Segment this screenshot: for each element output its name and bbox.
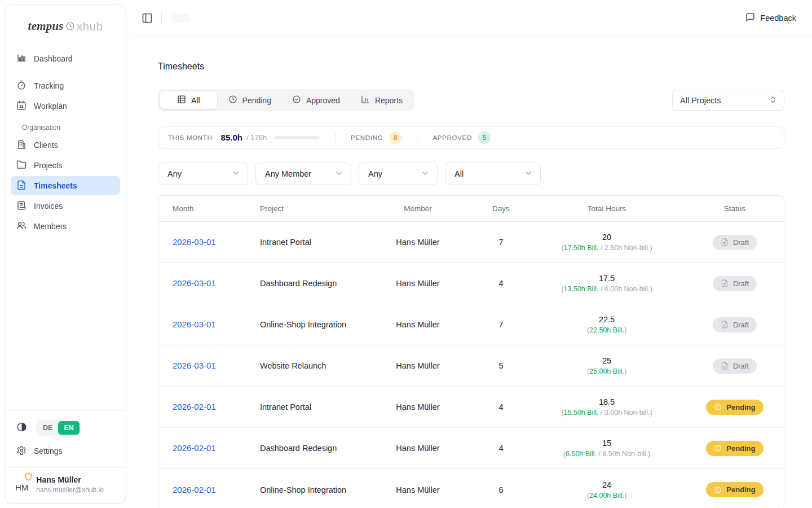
timesheet-date-link[interactable]: 2026-02-01 — [173, 485, 216, 494]
filter-status-select[interactable]: Any — [158, 163, 248, 185]
cell-days: 7 — [474, 238, 528, 247]
filter-value: Any — [368, 169, 382, 178]
sidebar-item-label: Clients — [34, 141, 58, 150]
avatar-initials: HM — [15, 483, 28, 492]
status-badge: Pending — [706, 482, 763, 497]
approved-count-badge: 5 — [478, 132, 491, 144]
hours-total: / 176h — [246, 133, 267, 142]
sidebar-item-label: Settings — [34, 446, 63, 456]
theme-contrast-icon[interactable] — [16, 422, 27, 435]
filter-year-select[interactable]: All — [445, 163, 541, 185]
cell-total-hours: 20 (17.50h Bill. / 2.50h Non-bill.) — [528, 233, 686, 252]
tab-reports[interactable]: Reports — [351, 91, 412, 109]
stats-divider — [335, 133, 336, 142]
column-header-total-hours: Total Hours — [528, 204, 686, 213]
timesheet-date-link[interactable]: 2026-03-01 — [173, 361, 216, 370]
sidebar-item-invoices[interactable]: Invoices — [11, 196, 120, 216]
stats-bar: THIS MONTH 85.0h / 176h PENDING 8 APPROV… — [158, 126, 784, 149]
tab-label: Approved — [306, 96, 340, 105]
cell-days: 4 — [474, 402, 528, 411]
hours-value: 85.0h — [221, 133, 242, 142]
file-icon — [721, 321, 729, 329]
shield-icon — [24, 472, 33, 483]
file-icon — [721, 279, 729, 287]
status-badge: Draft — [713, 358, 757, 374]
invoice-icon — [16, 200, 27, 212]
check-circle-icon — [292, 95, 301, 106]
chart-icon — [361, 95, 370, 106]
avatar: HM — [15, 477, 28, 492]
sidebar-toggle-button[interactable] — [142, 12, 153, 24]
sidebar-item-projects[interactable]: Projects — [11, 156, 120, 175]
feedback-button[interactable]: Feedback — [745, 12, 796, 24]
status-label: Pending — [726, 403, 755, 411]
sidebar-item-label: Members — [34, 222, 67, 231]
timesheet-date-link[interactable]: 2026-03-01 — [173, 319, 216, 329]
user-profile[interactable]: HM Hans Müller hans.mueller@xhub.io — [5, 467, 126, 503]
sidebar-item-label: Invoices — [34, 202, 63, 211]
timesheet-date-link[interactable]: 2026-03-01 — [173, 278, 216, 288]
cell-member: Hans Müller — [361, 238, 474, 247]
project-filter-select[interactable]: All Projects — [672, 90, 784, 111]
clock-icon — [228, 95, 237, 106]
tab-approved[interactable]: Approved — [283, 91, 350, 109]
approved-label: APPROVED — [433, 134, 472, 141]
folder-icon — [16, 160, 27, 172]
tab-bar: All Pending Approved — [158, 89, 414, 111]
project-filter-value: All Projects — [680, 96, 721, 105]
status-badge: Draft — [713, 317, 757, 332]
table-row: 2026-03-01 Dashboard Redesign Hans Mülle… — [158, 263, 784, 304]
tab-label: Reports — [375, 96, 403, 105]
sidebar-footer: DE EN Settings HM Hans Müller hans.muell — [5, 410, 126, 503]
user-email: hans.mueller@xhub.io — [36, 486, 104, 494]
pending-count-badge: 8 — [389, 132, 401, 144]
filter-member-select[interactable]: Any Member — [255, 163, 351, 185]
cell-days: 6 — [474, 485, 528, 494]
sidebar-item-members[interactable]: Members — [11, 217, 120, 236]
table-header: Month Project Member Days Total Hours St… — [158, 196, 784, 222]
timesheet-date-link[interactable]: 2026-02-01 — [173, 443, 216, 453]
user-name: Hans Müller — [36, 475, 104, 484]
table-row: 2026-03-01 Intranet Portal Hans Müller 7… — [158, 222, 784, 263]
sidebar-item-label: Projects — [34, 161, 63, 170]
cell-total-hours: 24 (24.00h Bill.) — [528, 480, 686, 500]
sidebar-item-settings[interactable]: Settings — [11, 441, 120, 461]
chevron-down-icon — [524, 169, 533, 179]
sidebar-item-workplan[interactable]: 31 Workplan — [11, 97, 120, 116]
language-option-en[interactable]: EN — [58, 421, 79, 435]
cell-project: Dashboard Redesign — [257, 279, 361, 288]
file-icon — [721, 238, 729, 246]
column-header-days: Days — [474, 204, 528, 213]
file-icon — [721, 362, 729, 370]
cell-days: 7 — [474, 320, 528, 329]
tab-pending[interactable]: Pending — [219, 91, 281, 109]
cell-member: Hans Müller — [361, 320, 474, 329]
cell-days: 5 — [474, 361, 528, 370]
this-month-label: THIS MONTH — [168, 134, 213, 141]
brand-name-tempus: tempus — [28, 19, 64, 33]
column-header-member: Member — [361, 204, 474, 213]
table-row: 2026-02-01 Online-Shop Integration Hans … — [158, 469, 784, 508]
tab-all[interactable]: All — [160, 91, 217, 109]
filter-month-select[interactable]: Any — [359, 163, 438, 185]
language-option-de[interactable]: DE — [37, 421, 58, 435]
cell-member: Hans Müller — [361, 279, 474, 288]
table-row: 2026-03-01 Online-Shop Integration Hans … — [158, 304, 784, 345]
breadcrumb-skeleton — [171, 14, 190, 23]
topbar: Feedback — [131, 0, 812, 36]
cell-member: Hans Müller — [361, 361, 474, 370]
sidebar-item-tracking[interactable]: Tracking — [11, 76, 120, 95]
cell-days: 4 — [474, 444, 528, 453]
filter-value: Any — [167, 169, 182, 178]
cell-project: Intranet Portal — [257, 402, 361, 411]
timesheet-date-link[interactable]: 2026-02-01 — [173, 402, 216, 411]
cell-member: Hans Müller — [361, 402, 474, 411]
sidebar-item-dashboard[interactable]: Dashboard — [11, 49, 120, 68]
sidebar-item-timesheets[interactable]: Timesheets — [11, 176, 120, 195]
column-header-status: Status — [686, 204, 784, 213]
table-row: 2026-02-01 Dashboard Redesign Hans Mülle… — [158, 428, 784, 469]
cell-days: 4 — [474, 279, 528, 288]
status-label: Pending — [726, 485, 755, 494]
sidebar-item-clients[interactable]: Clients — [11, 135, 120, 155]
timesheet-date-link[interactable]: 2026-03-01 — [173, 237, 216, 247]
